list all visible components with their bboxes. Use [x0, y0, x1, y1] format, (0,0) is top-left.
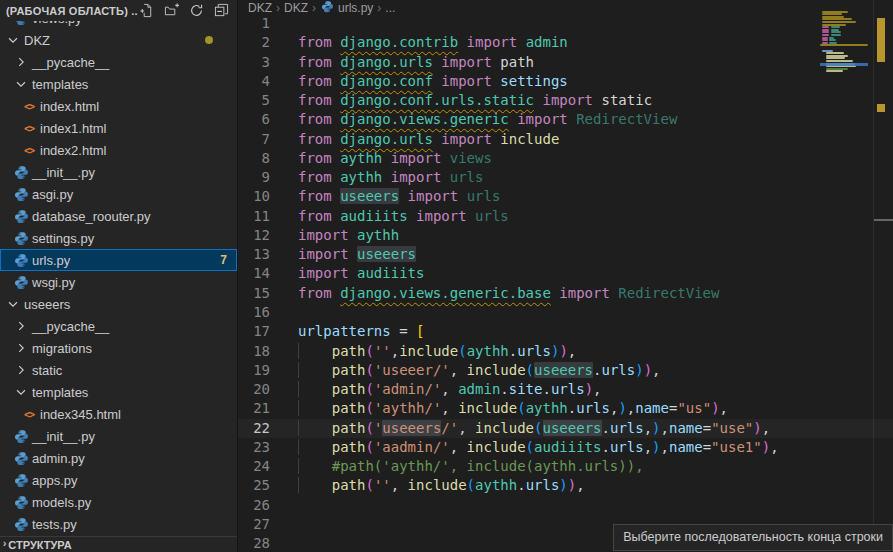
code-line-22[interactable]: 22 path('useeers/', include(useeers.urls…	[238, 419, 893, 438]
vertical-scrollbar[interactable]	[873, 0, 893, 552]
line-number[interactable]: 28	[238, 534, 270, 552]
tree-file-__init__.py[interactable]: __init__.py	[0, 425, 237, 447]
code-line-18[interactable]: 18 path('',include(aythh.urls)),	[238, 342, 893, 361]
line-content[interactable]: urlpatterns = [	[270, 322, 424, 341]
tree-file-asgi.py[interactable]: asgi.py	[0, 183, 237, 205]
tree-folder-DKZ[interactable]: DKZ	[0, 29, 237, 51]
line-content[interactable]: from django.conf import settings	[270, 72, 568, 91]
code-line-1[interactable]: 1	[238, 14, 893, 33]
code-line-3[interactable]: 3from django.urls import path	[238, 53, 893, 72]
new-file-icon[interactable]	[138, 3, 154, 19]
code-line-15[interactable]: 15from django.views.generic.base import …	[238, 284, 893, 303]
line-content[interactable]: path('aythh/', include(aythh.urls,),name…	[270, 399, 728, 418]
line-number[interactable]: 9	[238, 168, 270, 187]
tree-file-urls.py[interactable]: urls.py7	[0, 249, 237, 271]
line-number[interactable]: 16	[238, 303, 270, 322]
breadcrumb-item[interactable]: DKZ	[284, 1, 308, 15]
line-content[interactable]: path('admin/', admin.site.urls),	[270, 380, 602, 399]
line-number[interactable]: 10	[238, 187, 270, 206]
tree-folder-static[interactable]: static	[0, 359, 237, 381]
code-line-25[interactable]: 25 path('', include(aythh.urls)),	[238, 476, 893, 495]
line-number[interactable]: 24	[238, 457, 270, 476]
line-content[interactable]: from django.views.generic.base import Re…	[270, 284, 719, 303]
line-number[interactable]: 13	[238, 245, 270, 264]
code-line-23[interactable]: 23 path('aadmin/', include(audiiits.urls…	[238, 438, 893, 457]
line-content[interactable]: import useeers	[270, 245, 416, 264]
tree-file-admin.py[interactable]: admin.py	[0, 447, 237, 469]
line-content[interactable]: from useeers import urls	[270, 187, 500, 206]
tree-file-models.py[interactable]: models.py	[0, 491, 237, 513]
line-number[interactable]: 3	[238, 53, 270, 72]
line-number[interactable]: 21	[238, 399, 270, 418]
line-number[interactable]: 2	[238, 33, 270, 52]
line-content[interactable]	[270, 534, 298, 552]
line-content[interactable]: path('', include(aythh.urls)),	[270, 476, 585, 495]
line-number[interactable]: 23	[238, 438, 270, 457]
code-area[interactable]: 12from django.contrib import admin3from …	[238, 14, 893, 552]
line-content[interactable]: from audiiits import urls	[270, 207, 509, 226]
line-number[interactable]: 27	[238, 515, 270, 534]
tree-folder-migrations[interactable]: migrations	[0, 337, 237, 359]
code-line-14[interactable]: 14import audiiits	[238, 264, 893, 283]
collapse-all-icon[interactable]	[213, 3, 229, 19]
code-line-13[interactable]: 13import useeers	[238, 245, 893, 264]
line-number[interactable]: 1	[238, 14, 270, 33]
code-line-26[interactable]: 26	[238, 496, 893, 515]
tree-file-index2.html[interactable]: <>index2.html	[0, 139, 237, 161]
code-line-24[interactable]: 24 #path('aythh/', include(aythh.urls)),	[238, 457, 893, 476]
minimap[interactable]	[820, 8, 868, 98]
breadcrumb-item[interactable]: DKZ	[248, 1, 272, 15]
line-number[interactable]: 4	[238, 72, 270, 91]
line-content[interactable]: import aythh	[270, 226, 399, 245]
line-content[interactable]	[270, 496, 298, 515]
line-content[interactable]: path('useeers/', include(useeers.urls,),…	[270, 419, 770, 438]
line-number[interactable]: 18	[238, 342, 270, 361]
line-content[interactable]: path('aadmin/', include(audiiits.urls,),…	[270, 438, 779, 457]
line-number[interactable]: 20	[238, 380, 270, 399]
line-number[interactable]: 17	[238, 322, 270, 341]
tree-file-settings.py[interactable]: settings.py	[0, 227, 237, 249]
line-content[interactable]: from aythh import views	[270, 149, 492, 168]
code-line-10[interactable]: 10from useeers import urls	[238, 187, 893, 206]
code-line-12[interactable]: 12import aythh	[238, 226, 893, 245]
code-line-6[interactable]: 6from django.views.generic import Redire…	[238, 110, 893, 129]
tree-folder-useeers[interactable]: useeers	[0, 293, 237, 315]
tree-file-index345.html[interactable]: <>index345.html	[0, 403, 237, 425]
tree-file-apps.py[interactable]: apps.py	[0, 469, 237, 491]
line-content[interactable]: from django.urls import include	[270, 130, 559, 149]
tree-folder-templates[interactable]: templates	[0, 73, 237, 95]
tree-file-index.html[interactable]: <>index.html	[0, 95, 237, 117]
line-number[interactable]: 26	[238, 496, 270, 515]
code-line-8[interactable]: 8from aythh import views	[238, 149, 893, 168]
tree-folder-__pycache__[interactable]: __pycache__	[0, 51, 237, 73]
tree-file-database_roouter.py[interactable]: database_roouter.py	[0, 205, 237, 227]
code-line-5[interactable]: 5from django.conf.urls.static import sta…	[238, 91, 893, 110]
line-content[interactable]	[270, 515, 298, 534]
tree-folder-__pycache__[interactable]: __pycache__	[0, 315, 237, 337]
code-line-19[interactable]: 19 path('useeer/', include(useeers.urls)…	[238, 361, 893, 380]
line-content[interactable]: from django.urls import path	[270, 53, 534, 72]
code-line-2[interactable]: 2from django.contrib import admin	[238, 33, 893, 52]
line-number[interactable]: 19	[238, 361, 270, 380]
new-folder-icon[interactable]	[163, 3, 179, 19]
code-line-21[interactable]: 21 path('aythh/', include(aythh.urls,),n…	[238, 399, 893, 418]
line-content[interactable]: path('useeer/', include(useeers.urls)),	[270, 361, 661, 380]
tree-file-__init__.py[interactable]: __init__.py	[0, 161, 237, 183]
code-line-11[interactable]: 11from audiiits import urls	[238, 207, 893, 226]
code-line-17[interactable]: 17urlpatterns = [	[238, 322, 893, 341]
code-line-20[interactable]: 20 path('admin/', admin.site.urls),	[238, 380, 893, 399]
code-line-16[interactable]: 16	[238, 303, 893, 322]
tree-folder-templates[interactable]: templates	[0, 381, 237, 403]
line-number[interactable]: 6	[238, 110, 270, 129]
line-number[interactable]: 15	[238, 284, 270, 303]
code-line-9[interactable]: 9from aythh import urls	[238, 168, 893, 187]
line-content[interactable]: from django.views.generic import Redirec…	[270, 110, 677, 129]
line-content[interactable]: from aythh import urls	[270, 168, 483, 187]
line-content[interactable]	[270, 303, 298, 322]
line-number[interactable]: 25	[238, 476, 270, 495]
line-content[interactable]: from django.conf.urls.static import stat…	[270, 91, 652, 110]
line-number[interactable]: 14	[238, 264, 270, 283]
tree-file-index1.html[interactable]: <>index1.html	[0, 117, 237, 139]
line-number[interactable]: 5	[238, 91, 270, 110]
code-line-4[interactable]: 4from django.conf import settings	[238, 72, 893, 91]
